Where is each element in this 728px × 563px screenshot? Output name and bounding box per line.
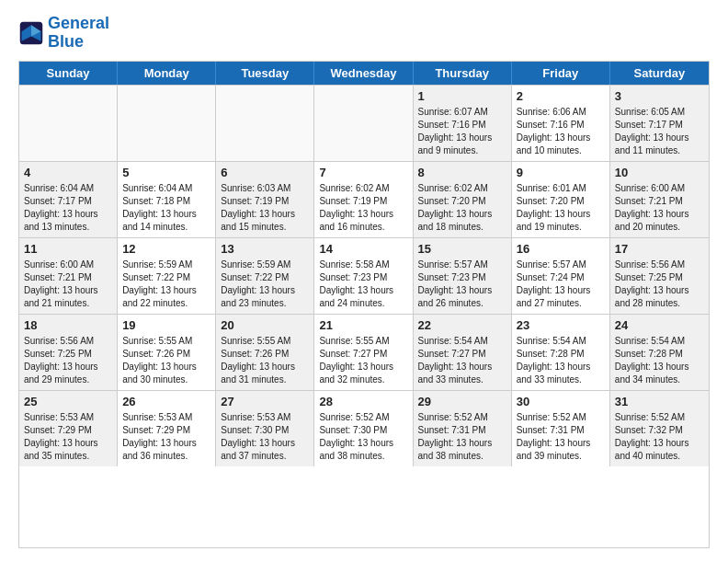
cell-info: Sunrise: 5:52 AM Sunset: 7:32 PM Dayligh… <box>615 411 704 463</box>
day-number: 9 <box>517 166 605 179</box>
cell-info: Sunrise: 6:07 AM Sunset: 7:16 PM Dayligh… <box>418 106 506 157</box>
logo-icon <box>18 20 44 46</box>
cell-info: Sunrise: 5:53 AM Sunset: 7:29 PM Dayligh… <box>122 411 210 463</box>
calendar-cell-11: 11Sunrise: 6:00 AM Sunset: 7:21 PM Dayli… <box>19 238 118 314</box>
calendar-cell-22: 22Sunrise: 5:54 AM Sunset: 7:27 PM Dayli… <box>414 315 512 390</box>
calendar-cell-27: 27Sunrise: 5:53 AM Sunset: 7:30 PM Dayli… <box>216 391 314 466</box>
calendar-row-1: 1Sunrise: 6:07 AM Sunset: 7:16 PM Daylig… <box>19 85 709 161</box>
calendar-cell-empty <box>19 86 118 161</box>
cell-info: Sunrise: 5:55 AM Sunset: 7:26 PM Dayligh… <box>122 335 210 386</box>
page: General Blue SundayMondayTuesdayWednesda… <box>0 0 728 563</box>
calendar-row-5: 25Sunrise: 5:53 AM Sunset: 7:29 PM Dayli… <box>19 390 709 466</box>
cell-info: Sunrise: 5:59 AM Sunset: 7:22 PM Dayligh… <box>122 259 210 310</box>
day-number: 14 <box>319 242 407 256</box>
day-number: 29 <box>418 395 506 408</box>
cell-info: Sunrise: 5:52 AM Sunset: 7:31 PM Dayligh… <box>517 411 605 463</box>
cell-info: Sunrise: 6:00 AM Sunset: 7:21 PM Dayligh… <box>24 259 112 310</box>
calendar-cell-7: 7Sunrise: 6:02 AM Sunset: 7:19 PM Daylig… <box>314 162 413 237</box>
cell-info: Sunrise: 6:04 AM Sunset: 7:18 PM Dayligh… <box>122 182 210 234</box>
calendar-cell-21: 21Sunrise: 5:55 AM Sunset: 7:27 PM Dayli… <box>314 315 413 390</box>
calendar-cell-3: 3Sunrise: 6:05 AM Sunset: 7:17 PM Daylig… <box>610 86 709 161</box>
header-day-saturday: Saturday <box>610 62 709 85</box>
calendar-cell-2: 2Sunrise: 6:06 AM Sunset: 7:16 PM Daylig… <box>512 86 610 161</box>
day-number: 23 <box>517 318 605 332</box>
cell-info: Sunrise: 5:53 AM Sunset: 7:29 PM Dayligh… <box>24 411 112 463</box>
cell-info: Sunrise: 6:02 AM Sunset: 7:20 PM Dayligh… <box>418 182 506 234</box>
day-number: 17 <box>615 242 704 256</box>
day-number: 30 <box>517 395 605 408</box>
calendar-row-2: 4Sunrise: 6:04 AM Sunset: 7:17 PM Daylig… <box>19 161 709 237</box>
calendar-cell-8: 8Sunrise: 6:02 AM Sunset: 7:20 PM Daylig… <box>414 162 512 237</box>
calendar-cell-empty <box>216 86 314 161</box>
day-number: 22 <box>418 318 506 332</box>
calendar-cell-1: 1Sunrise: 6:07 AM Sunset: 7:16 PM Daylig… <box>414 86 512 161</box>
calendar-cell-14: 14Sunrise: 5:58 AM Sunset: 7:23 PM Dayli… <box>314 238 413 314</box>
calendar: SundayMondayTuesdayWednesdayThursdayFrid… <box>18 61 710 548</box>
day-number: 11 <box>24 242 112 256</box>
cell-info: Sunrise: 5:56 AM Sunset: 7:25 PM Dayligh… <box>615 259 704 310</box>
logo: General Blue <box>18 15 109 52</box>
day-number: 31 <box>615 395 704 408</box>
cell-info: Sunrise: 5:54 AM Sunset: 7:28 PM Dayligh… <box>517 335 605 386</box>
day-number: 18 <box>24 318 112 332</box>
day-number: 19 <box>122 318 210 332</box>
cell-info: Sunrise: 5:55 AM Sunset: 7:27 PM Dayligh… <box>319 335 407 386</box>
cell-info: Sunrise: 5:58 AM Sunset: 7:23 PM Dayligh… <box>319 259 407 310</box>
calendar-cell-empty <box>118 86 216 161</box>
calendar-cell-empty <box>314 86 413 161</box>
header-day-sunday: Sunday <box>19 62 118 85</box>
day-number: 26 <box>122 395 210 408</box>
cell-info: Sunrise: 5:57 AM Sunset: 7:24 PM Dayligh… <box>517 259 605 310</box>
cell-info: Sunrise: 5:59 AM Sunset: 7:22 PM Dayligh… <box>221 259 309 310</box>
calendar-cell-17: 17Sunrise: 5:56 AM Sunset: 7:25 PM Dayli… <box>610 238 709 314</box>
calendar-cell-30: 30Sunrise: 5:52 AM Sunset: 7:31 PM Dayli… <box>512 391 610 466</box>
day-number: 6 <box>221 166 309 179</box>
header-day-tuesday: Tuesday <box>216 62 314 85</box>
calendar-cell-12: 12Sunrise: 5:59 AM Sunset: 7:22 PM Dayli… <box>118 238 216 314</box>
cell-info: Sunrise: 6:06 AM Sunset: 7:16 PM Dayligh… <box>517 106 605 157</box>
calendar-cell-20: 20Sunrise: 5:55 AM Sunset: 7:26 PM Dayli… <box>216 315 314 390</box>
day-number: 4 <box>24 166 112 179</box>
day-number: 1 <box>418 89 506 103</box>
calendar-row-4: 18Sunrise: 5:56 AM Sunset: 7:25 PM Dayli… <box>19 314 709 390</box>
calendar-header: SundayMondayTuesdayWednesdayThursdayFrid… <box>19 62 709 85</box>
calendar-cell-6: 6Sunrise: 6:03 AM Sunset: 7:19 PM Daylig… <box>216 162 314 237</box>
day-number: 16 <box>517 242 605 256</box>
day-number: 10 <box>615 166 704 179</box>
header: General Blue <box>18 15 710 52</box>
day-number: 3 <box>615 89 704 103</box>
header-day-thursday: Thursday <box>414 62 512 85</box>
day-number: 2 <box>517 89 605 103</box>
calendar-cell-9: 9Sunrise: 6:01 AM Sunset: 7:20 PM Daylig… <box>512 162 610 237</box>
cell-info: Sunrise: 5:54 AM Sunset: 7:28 PM Dayligh… <box>615 335 704 386</box>
cell-info: Sunrise: 6:02 AM Sunset: 7:19 PM Dayligh… <box>319 182 407 234</box>
calendar-cell-13: 13Sunrise: 5:59 AM Sunset: 7:22 PM Dayli… <box>216 238 314 314</box>
cell-info: Sunrise: 5:52 AM Sunset: 7:31 PM Dayligh… <box>418 411 506 463</box>
cell-info: Sunrise: 5:54 AM Sunset: 7:27 PM Dayligh… <box>418 335 506 386</box>
header-day-monday: Monday <box>118 62 216 85</box>
day-number: 24 <box>615 318 704 332</box>
day-number: 25 <box>24 395 112 408</box>
cell-info: Sunrise: 5:56 AM Sunset: 7:25 PM Dayligh… <box>24 335 112 386</box>
cell-info: Sunrise: 5:53 AM Sunset: 7:30 PM Dayligh… <box>221 411 309 463</box>
day-number: 20 <box>221 318 309 332</box>
day-number: 27 <box>221 395 309 408</box>
calendar-cell-5: 5Sunrise: 6:04 AM Sunset: 7:18 PM Daylig… <box>118 162 216 237</box>
calendar-body: 1Sunrise: 6:07 AM Sunset: 7:16 PM Daylig… <box>19 85 709 466</box>
calendar-cell-23: 23Sunrise: 5:54 AM Sunset: 7:28 PM Dayli… <box>512 315 610 390</box>
cell-info: Sunrise: 6:01 AM Sunset: 7:20 PM Dayligh… <box>517 182 605 234</box>
logo-text: General Blue <box>48 15 109 52</box>
calendar-cell-10: 10Sunrise: 6:00 AM Sunset: 7:21 PM Dayli… <box>610 162 709 237</box>
cell-info: Sunrise: 5:55 AM Sunset: 7:26 PM Dayligh… <box>221 335 309 386</box>
calendar-cell-29: 29Sunrise: 5:52 AM Sunset: 7:31 PM Dayli… <box>414 391 512 466</box>
day-number: 12 <box>122 242 210 256</box>
day-number: 7 <box>319 166 407 179</box>
calendar-cell-31: 31Sunrise: 5:52 AM Sunset: 7:32 PM Dayli… <box>610 391 709 466</box>
day-number: 21 <box>319 318 407 332</box>
calendar-cell-25: 25Sunrise: 5:53 AM Sunset: 7:29 PM Dayli… <box>19 391 118 466</box>
header-day-wednesday: Wednesday <box>314 62 413 85</box>
day-number: 8 <box>418 166 506 179</box>
calendar-cell-28: 28Sunrise: 5:52 AM Sunset: 7:30 PM Dayli… <box>314 391 413 466</box>
cell-info: Sunrise: 6:04 AM Sunset: 7:17 PM Dayligh… <box>24 182 112 234</box>
day-number: 28 <box>319 395 407 408</box>
